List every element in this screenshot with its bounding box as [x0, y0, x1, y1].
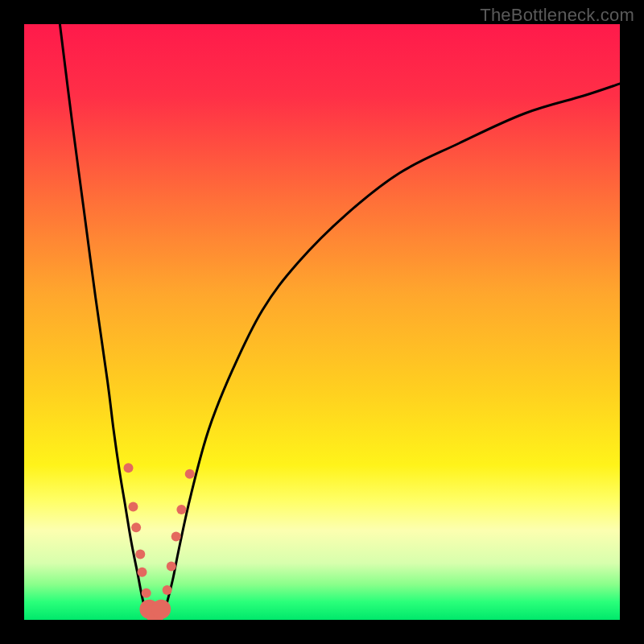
- data-marker: [167, 561, 176, 571]
- data-marker: [185, 469, 195, 479]
- data-marker: [171, 531, 181, 541]
- data-marker: [135, 550, 145, 559]
- data-marker: [131, 522, 141, 532]
- data-marker: [163, 585, 172, 595]
- chart-frame: TheBottleneck.com: [0, 0, 644, 644]
- data-marker: [151, 600, 171, 619]
- watermark-text: TheBottleneck.com: [480, 5, 634, 26]
- data-marker: [128, 502, 138, 511]
- data-marker: [176, 505, 186, 514]
- svg-rect-0: [24, 24, 620, 620]
- gradient-background: [24, 24, 620, 620]
- data-marker: [138, 568, 147, 577]
- data-marker: [142, 588, 151, 598]
- plot-area: [24, 24, 620, 620]
- data-marker: [124, 463, 134, 473]
